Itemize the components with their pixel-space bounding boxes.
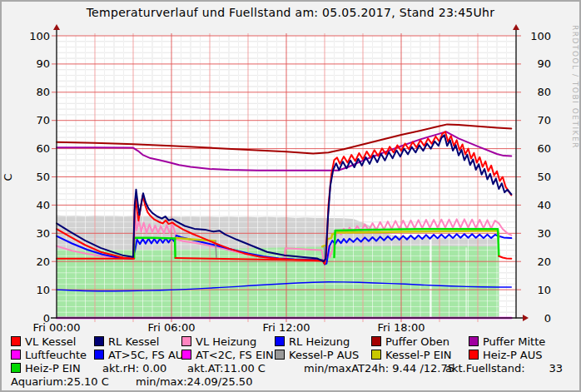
y-tick-left: 70	[36, 114, 50, 127]
legend-label: Luftfeuchte	[25, 349, 87, 361]
legend-swatch	[11, 336, 21, 346]
y-tick-right: 70	[537, 114, 551, 127]
legend-label: akt.AT:11.00 C	[187, 362, 266, 375]
legend-label: AT>5C, FS AUS	[108, 349, 191, 361]
legend-swatch	[181, 350, 191, 360]
legend-swatch	[469, 336, 479, 346]
y-tick-left: 50	[36, 171, 50, 183]
y-tick-right: 30	[537, 227, 551, 240]
legend-label: Aquarium:25.10 C	[11, 375, 109, 388]
legend-item: Puffer Mitte	[469, 335, 545, 348]
legend-label: Heiz-P AUS	[483, 349, 543, 361]
y-tick-right: 60	[537, 142, 551, 155]
temperature-chart-canvas: 0010102020303040405050606070708080909010…	[0, 0, 581, 392]
legend-item: AT<2C, FS EIN	[181, 348, 274, 361]
legend-item: Heiz-P AUS	[469, 348, 543, 361]
y-tick-left: 10	[36, 284, 50, 296]
legend-swatch	[275, 350, 285, 360]
legend-label: Heiz-P EIN	[25, 362, 81, 375]
legend-item: min/max:24.09/25.50	[136, 375, 252, 388]
legend-item: akt.rH: 0.00	[102, 361, 166, 375]
legend-label: Puffer Oben	[385, 335, 449, 348]
y-tick-right: 80	[537, 86, 551, 98]
legend-label: VL Kessel	[25, 335, 76, 348]
legend-item: VL Heizung	[181, 335, 256, 348]
legend-item: Heiz-P EIN	[11, 361, 81, 375]
y-tick-left: 80	[36, 86, 50, 98]
legend-item: min/maxAT24h: 9.44 /12.75	[304, 361, 454, 375]
y-tick-right: 90	[537, 57, 551, 70]
legend-swatch	[371, 336, 381, 346]
legend-swatch	[11, 350, 21, 360]
legend-label: RL Kessel	[108, 335, 159, 348]
data-gap	[465, 247, 467, 318]
x-tick: Fri 18:00	[377, 321, 425, 334]
legend-swatch	[371, 350, 381, 360]
x-tick: Fri 12:00	[262, 321, 310, 334]
y-tick-left: 60	[36, 142, 50, 155]
legend-item: Kessel-P EIN	[371, 348, 451, 361]
y-tick-right: 0	[544, 312, 551, 325]
legend-row: Aquarium:25.10 Cmin/max:24.09/25.50	[0, 375, 581, 388]
x-tick: Fri 06:00	[147, 321, 195, 334]
legend-item: Kessel-P AUS	[275, 348, 359, 361]
rrdtool-watermark: RRDTOOL / TOBI OETIKER	[571, 25, 579, 149]
rrdtool-graph: Temperaturverlauf und Fuellstand am: 05.…	[0, 0, 581, 392]
legend-item: VL Kessel	[11, 335, 76, 348]
y-tick-right: 40	[537, 199, 551, 211]
y-tick-left: 30	[36, 227, 50, 240]
legend-item: RL Heizung	[275, 335, 350, 348]
legend-item: Luftfeuchte	[11, 348, 87, 361]
legend-label: min/max:24.09/25.50	[136, 375, 252, 388]
legend-label: VL Heizung	[196, 335, 256, 348]
legend-label: RL Heizung	[289, 335, 350, 348]
y-tick-right: 100	[530, 30, 551, 42]
legend-item: Puffer Oben	[371, 335, 449, 348]
legend-item: akt.AT:11.00 C	[187, 361, 266, 375]
legend-swatch	[11, 363, 21, 373]
legend-swatch	[275, 336, 285, 346]
y-axis-label: C	[2, 173, 14, 181]
legend-swatch	[469, 350, 479, 360]
legend-item: RL Kessel	[94, 335, 159, 348]
legend-item: akt.Fuellstand: 33	[445, 361, 563, 375]
y-tick-right: 10	[537, 284, 551, 296]
legend-item: Aquarium:25.10 C	[11, 375, 109, 388]
y-tick-right: 20	[537, 256, 551, 268]
legend-swatch	[181, 336, 191, 346]
y-tick-left: 40	[36, 199, 50, 211]
legend-swatch	[94, 336, 104, 346]
y-tick-left: 90	[36, 57, 50, 70]
legend-label: Kessel-P AUS	[289, 349, 359, 361]
legend-row: Heiz-P EINakt.rH: 0.00akt.AT:11.00 Cmin/…	[0, 361, 581, 375]
legend-label: Puffer Mitte	[483, 335, 545, 348]
legend-label: akt.rH: 0.00	[102, 362, 166, 375]
y-tick-left: 100	[29, 30, 50, 42]
legend-label: AT<2C, FS EIN	[196, 349, 274, 361]
y-tick-right: 50	[537, 171, 551, 183]
legend-label: Kessel-P EIN	[385, 349, 451, 361]
legend-row: LuftfeuchteAT>5C, FS AUSAT<2C, FS EINKes…	[0, 348, 581, 361]
y-tick-left: 20	[36, 256, 50, 268]
x-tick: Fri 00:00	[32, 321, 80, 334]
legend-label: akt.Fuellstand: 33	[445, 362, 563, 375]
legend-swatch	[94, 350, 104, 360]
legend-label: min/maxAT24h: 9.44 /12.75	[304, 362, 454, 375]
legend-row: VL KesselRL KesselVL HeizungRL HeizungPu…	[0, 335, 581, 348]
legend-item: AT>5C, FS AUS	[94, 348, 191, 361]
legend: VL KesselRL KesselVL HeizungRL HeizungPu…	[0, 335, 581, 388]
